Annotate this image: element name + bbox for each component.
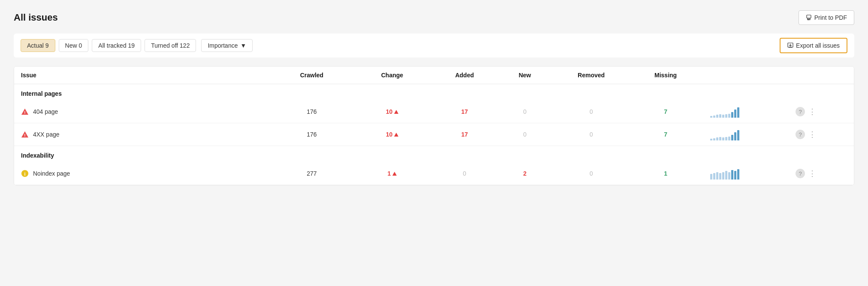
added-value: 17 — [432, 100, 497, 123]
tab-all-tracked-count: 19 — [128, 42, 135, 49]
more-options-button[interactable]: ⋮ — [808, 169, 817, 178]
new-value: 0 — [497, 100, 553, 123]
tab-turned-off-count: 122 — [180, 42, 190, 49]
arrow-up-icon — [392, 172, 397, 176]
tab-actual-label: Actual — [27, 42, 45, 49]
chart-bar — [725, 171, 727, 180]
arrow-up-icon — [394, 133, 398, 137]
help-button[interactable]: ? — [796, 130, 805, 139]
tab-new-label: New — [65, 42, 79, 49]
removed-value: 0 — [553, 100, 629, 123]
chart-bar — [722, 172, 724, 180]
print-button-label: Print to PDF — [814, 14, 847, 21]
change-cell: 1 — [352, 162, 433, 185]
more-options-button[interactable]: ⋮ — [808, 130, 817, 139]
chart-cell — [702, 162, 789, 185]
issue-cell: ! 404 page — [14, 100, 271, 123]
tab-turned-off-label: Turned off — [151, 42, 180, 49]
table-row[interactable]: i Noindex page 277 1 0 2 0 1 ? — [14, 162, 854, 185]
issue-cell: ! 4XX page — [14, 123, 271, 146]
added-value: 17 — [432, 123, 497, 146]
tab-turned-off[interactable]: Turned off 122 — [145, 39, 196, 52]
chart-bar — [734, 110, 736, 118]
col-header-added: Added — [432, 67, 497, 84]
more-options-button[interactable]: ⋮ — [808, 107, 817, 116]
chart-bar — [716, 172, 718, 180]
importance-label: Importance — [208, 42, 238, 49]
chart-bar — [713, 173, 715, 180]
crawled-value: 176 — [271, 123, 352, 146]
tab-new[interactable]: New 0 — [59, 39, 89, 52]
print-icon — [806, 15, 812, 21]
chart-bar — [734, 171, 736, 180]
issue-name: 404 page — [33, 108, 58, 115]
section-title: Internal pages — [14, 84, 854, 101]
print-to-pdf-button[interactable]: Print to PDF — [799, 10, 854, 25]
action-cell: ? ⋮ — [789, 162, 854, 185]
missing-value: 7 — [630, 123, 702, 146]
chart-bar — [725, 137, 727, 140]
header-row: All issues Print to PDF — [14, 10, 854, 25]
change-cell: 10 — [352, 123, 433, 146]
issue-name: Noindex page — [33, 170, 70, 177]
export-all-issues-button[interactable]: Export all issues — [780, 38, 847, 53]
export-icon — [787, 43, 793, 49]
page-title: All issues — [14, 12, 58, 23]
arrow-up-icon — [394, 110, 398, 114]
importance-dropdown[interactable]: Importance ▼ — [201, 39, 253, 52]
tab-all-tracked[interactable]: All tracked 19 — [92, 39, 141, 52]
chart-bar — [725, 114, 727, 118]
issues-table: Issue Crawled Change Added New Removed M… — [14, 67, 854, 185]
info-icon: i — [21, 170, 29, 177]
chart-bar — [716, 137, 718, 140]
tab-actual-count: 9 — [45, 42, 49, 49]
col-header-new: New — [497, 67, 553, 84]
table-row[interactable]: ! 4XX page 176 10 17 0 0 7 ? — [14, 123, 854, 146]
missing-value: 7 — [630, 100, 702, 123]
chart-bar — [734, 132, 736, 140]
help-button[interactable]: ? — [796, 169, 805, 178]
tab-all-tracked-label: All tracked — [98, 42, 128, 49]
new-value: 0 — [497, 123, 553, 146]
chart-bar — [731, 135, 733, 140]
change-value: 10 — [386, 108, 393, 115]
chevron-down-icon: ▼ — [240, 42, 246, 49]
new-value: 2 — [497, 162, 553, 185]
section-header-indexability: Indexability — [14, 146, 854, 163]
chart-bar — [731, 112, 733, 118]
action-cell: ? ⋮ — [789, 100, 854, 123]
mini-chart — [708, 167, 782, 180]
change-value: 10 — [386, 131, 393, 138]
chart-bar — [737, 130, 739, 140]
svg-text:i: i — [24, 171, 26, 176]
chart-bar — [728, 137, 730, 140]
filters-row: Actual 9 New 0 All tracked 19 Turned off… — [14, 33, 854, 58]
table-row[interactable]: ! 404 page 176 10 17 0 0 7 ? — [14, 100, 854, 123]
change-value: 1 — [388, 170, 391, 177]
svg-rect-0 — [807, 15, 811, 18]
chart-bar — [710, 139, 712, 140]
col-header-chart — [702, 67, 789, 84]
chart-bar — [713, 138, 715, 140]
chart-bar — [722, 137, 724, 140]
col-header-change: Change — [352, 67, 433, 84]
tab-actual[interactable]: Actual 9 — [21, 39, 55, 52]
filters-left: Actual 9 New 0 All tracked 19 Turned off… — [21, 39, 253, 52]
help-button[interactable]: ? — [796, 107, 805, 116]
chart-cell — [702, 100, 789, 123]
warning-icon: ! — [21, 108, 29, 116]
warning-icon: ! — [21, 131, 29, 138]
added-value: 0 — [432, 162, 497, 185]
chart-bar — [710, 116, 712, 118]
section-header-internal-pages: Internal pages — [14, 84, 854, 101]
svg-text:!: ! — [24, 133, 25, 137]
table-header-row: Issue Crawled Change Added New Removed M… — [14, 67, 854, 84]
chart-bar — [710, 174, 712, 180]
mini-chart — [708, 106, 782, 118]
page-container: All issues Print to PDF Actual 9 New 0 A… — [0, 0, 868, 286]
chart-bar — [728, 114, 730, 118]
issue-name: 4XX page — [33, 131, 60, 138]
svg-text:!: ! — [24, 110, 25, 115]
removed-value: 0 — [553, 162, 629, 185]
chart-cell — [702, 123, 789, 146]
